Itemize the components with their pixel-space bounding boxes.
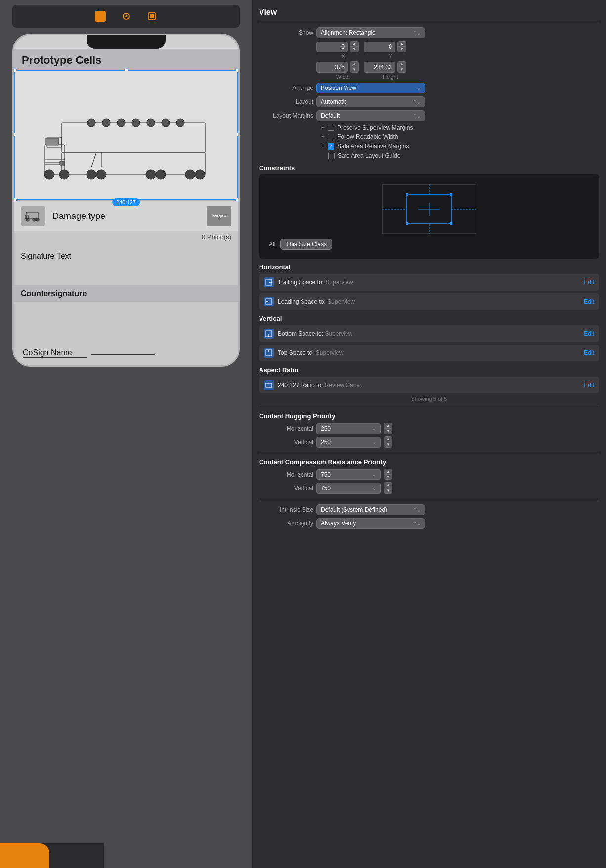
constraints-diagram	[264, 179, 594, 239]
cr-vertical-dropdown[interactable]: 750 ⌄	[316, 483, 381, 494]
ch-horizontal-stepper: ▲ ▼	[384, 423, 392, 434]
divider-1	[259, 407, 599, 407]
width-stepper-buttons: ▲ ▼	[350, 61, 359, 73]
y-increment[interactable]: ▲	[398, 42, 406, 47]
layout-label: Layout	[259, 98, 313, 105]
cr-vertical-value: 750	[321, 485, 331, 492]
height-increment[interactable]: ▲	[398, 62, 406, 67]
aspect-target: Review Canv...	[325, 382, 364, 389]
cr-vertical-label: Vertical	[259, 485, 313, 492]
ambiguity-dropdown[interactable]: Always Verify ⌃⌄	[316, 518, 425, 529]
phone-content: Prototype Cells 127:2	[14, 49, 238, 365]
intrinsic-size-dropdown[interactable]: Default (System Defined) ⌃⌄	[316, 504, 425, 515]
leading-label: Leading Space to: Superview	[278, 298, 580, 305]
svg-point-34	[33, 218, 36, 221]
safe-area-relative-checkbox[interactable]	[328, 143, 334, 150]
wh-row: 375 ▲ ▼ Width 234.33 ▲ ▼ Height	[316, 61, 599, 80]
countersignature-header: Countersignature	[14, 285, 238, 302]
layout-margins-row: Layout Margins Default ⌃⌄	[259, 110, 599, 121]
aspect-ratio-constraint: 240:127 Ratio to: Review Canv... Edit	[259, 377, 599, 393]
svg-rect-43	[450, 193, 452, 196]
height-input[interactable]: 234.33	[364, 62, 395, 73]
y-decrement[interactable]: ▼	[398, 47, 406, 52]
left-panel: Prototype Cells 127:2	[0, 0, 252, 868]
width-increment[interactable]: ▲	[350, 62, 358, 67]
svg-rect-56	[266, 383, 272, 387]
top-icon	[264, 348, 274, 358]
tab-all[interactable]: All	[264, 239, 280, 249]
content-hugging-title: Content Hugging Priority	[259, 412, 599, 420]
ch-vertical-label: Vertical	[259, 439, 313, 446]
leading-edit-btn[interactable]: Edit	[584, 298, 594, 305]
cr-horizontal-dropdown[interactable]: 750 ⌄	[316, 469, 381, 480]
svg-rect-42	[406, 193, 408, 196]
follow-readable-checkbox[interactable]	[328, 134, 334, 140]
show-row: Show Alignment Rectangle ⌃⌄	[259, 27, 599, 38]
x-increment[interactable]: ▲	[350, 42, 358, 47]
safe-area-relative-row: + Safe Area Relative Margins	[321, 143, 599, 150]
cr-h-decrement[interactable]: ▼	[384, 475, 392, 479]
x-input[interactable]: 0	[316, 42, 348, 52]
width-label: Width	[327, 74, 359, 80]
constraints-svg	[380, 182, 478, 236]
countersignature-body	[14, 302, 238, 342]
intrinsic-size-label: Intrinsic Size	[259, 506, 313, 513]
top-edit-btn[interactable]: Edit	[584, 349, 594, 356]
width-decrement[interactable]: ▼	[350, 67, 358, 72]
ch-vertical-dropdown[interactable]: 250 ⌄	[316, 437, 381, 448]
selection-area[interactable]: 127:2	[14, 70, 238, 200]
width-input[interactable]: 375	[316, 62, 348, 73]
ch-h-decrement[interactable]: ▼	[384, 429, 392, 434]
cosign-name-label: CoSign Name	[23, 348, 87, 358]
follow-readable-row: + Follow Readable Width	[321, 133, 599, 140]
y-input[interactable]: 0	[364, 42, 395, 52]
y-stepper-buttons: ▲ ▼	[397, 41, 406, 52]
trailing-icon	[264, 277, 274, 287]
bottom-edit-btn[interactable]: Edit	[584, 330, 594, 337]
cr-vertical-stepper: ▲ ▼	[384, 482, 392, 494]
layout-dropdown[interactable]: Automatic ⌃⌄	[316, 96, 425, 107]
toolbar-icon-1[interactable]	[95, 11, 106, 22]
layout-margins-arrow: ⌃⌄	[413, 113, 421, 119]
ch-horizontal-dropdown[interactable]: 250 ⌄	[316, 423, 381, 434]
ch-vertical-value: 250	[321, 439, 331, 446]
cr-horizontal-arrow: ⌄	[372, 472, 376, 477]
cr-v-decrement[interactable]: ▼	[384, 488, 392, 493]
trailing-edit-btn[interactable]: Edit	[584, 279, 594, 286]
ch-h-increment[interactable]: ▲	[384, 423, 392, 429]
arrange-dropdown[interactable]: Position View ⌄	[316, 83, 425, 93]
arrange-dropdown-arrow: ⌄	[417, 86, 421, 91]
cr-h-increment[interactable]: ▲	[384, 469, 392, 475]
divider-2	[259, 453, 599, 453]
svg-point-6	[87, 119, 95, 127]
svg-point-23	[156, 170, 166, 179]
aspect-edit-btn[interactable]: Edit	[584, 382, 594, 389]
constraints-box: All This Size Class	[259, 174, 599, 259]
layout-margins-dropdown[interactable]: Default ⌃⌄	[316, 110, 425, 121]
y-label: Y	[375, 53, 406, 59]
y-field: 0 ▲ ▼ Y	[364, 41, 406, 59]
view-section-header: View	[259, 5, 599, 22]
svg-rect-45	[450, 222, 452, 225]
height-decrement[interactable]: ▼	[398, 67, 406, 72]
safe-area-layout-checkbox[interactable]	[328, 153, 335, 159]
tab-this-size-class[interactable]: This Size Class	[280, 239, 332, 250]
ch-vertical-row: Vertical 250 ⌄ ▲ ▼	[259, 436, 599, 448]
damage-type-text: Damage type	[52, 211, 200, 221]
show-dropdown[interactable]: Alignment Rectangle ⌃⌄	[316, 27, 425, 38]
toolbar-icon-3[interactable]	[146, 11, 157, 22]
preserve-superview-checkbox[interactable]	[328, 125, 334, 131]
svg-line-13	[91, 152, 96, 167]
width-stepper-group: 375 ▲ ▼	[316, 61, 359, 73]
ch-v-increment[interactable]: ▲	[384, 437, 392, 442]
svg-rect-15	[62, 152, 205, 174]
toolbar-icon-2[interactable]	[121, 11, 131, 22]
height-label: Height	[375, 74, 406, 80]
ch-v-decrement[interactable]: ▼	[384, 442, 392, 447]
svg-rect-4	[150, 14, 154, 18]
x-decrement[interactable]: ▼	[350, 47, 358, 52]
size-badge: 240:127	[112, 198, 140, 206]
cr-v-increment[interactable]: ▲	[384, 483, 392, 488]
aspect-icon	[264, 380, 274, 390]
svg-point-2	[125, 15, 127, 17]
